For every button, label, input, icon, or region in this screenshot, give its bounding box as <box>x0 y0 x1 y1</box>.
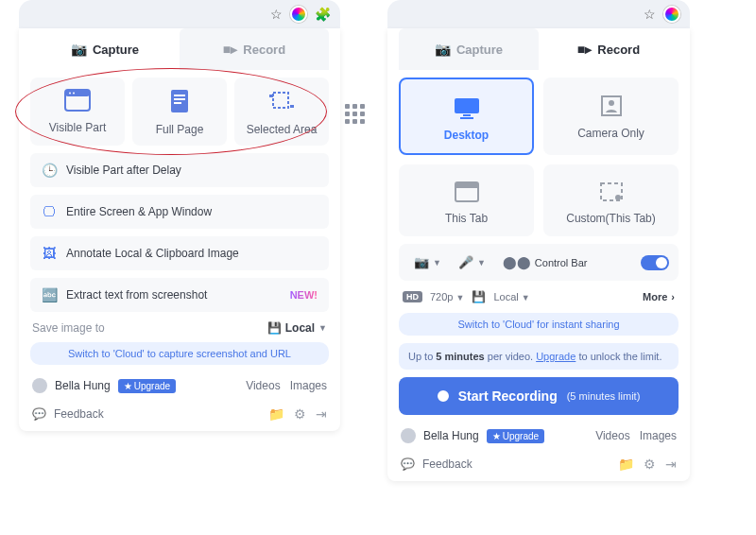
svg-rect-9 <box>269 95 273 97</box>
record-popup: 📷Capture ■▸Record Desktop Camera Only Th… <box>387 28 690 481</box>
camera-off-icon: 📷̷ <box>414 255 429 269</box>
row-extract-text[interactable]: 🔤Extract text from screenshotNEW! <box>30 278 329 312</box>
save-dest-dropdown[interactable]: 💾Local▼ <box>267 321 327 335</box>
new-badge: NEW! <box>290 289 318 301</box>
svg-rect-7 <box>174 102 181 104</box>
tab-record[interactable]: ■▸Record <box>180 28 329 70</box>
browser-window-icon <box>64 89 91 112</box>
gear-icon[interactable]: ⚙ <box>294 406 306 422</box>
link-videos[interactable]: Videos <box>595 429 629 442</box>
link-videos[interactable]: Videos <box>246 379 280 392</box>
chevron-right-icon: › <box>671 291 675 302</box>
disk-icon: 💾 <box>472 290 486 303</box>
gear-icon[interactable]: ⚙ <box>644 457 656 472</box>
svg-rect-8 <box>273 93 288 108</box>
more-button[interactable]: More › <box>643 291 675 302</box>
mode-this-tab[interactable]: This Tab <box>399 164 534 236</box>
cloud-note[interactable]: Switch to 'Cloud' to capture screenshot … <box>30 342 329 365</box>
microphone-icon: 🎤 <box>458 255 473 269</box>
row-annotate[interactable]: 🖼Annotate Local & Clipboard Image <box>30 236 329 270</box>
svg-rect-6 <box>174 98 185 100</box>
mode-custom-tab[interactable]: Custom(This Tab) <box>543 164 679 236</box>
svg-point-3 <box>73 93 75 95</box>
monitor-icon <box>453 96 481 119</box>
star-icon[interactable]: ☆ <box>644 7 656 22</box>
feedback-link[interactable]: Feedback <box>422 457 472 471</box>
avatar-icon[interactable] <box>401 428 416 443</box>
svg-point-15 <box>609 100 614 106</box>
tab-window-icon <box>455 181 479 202</box>
option-visible-part[interactable]: Visible Part <box>30 78 125 146</box>
video-icon: ■▸ <box>223 42 237 57</box>
controlbar-icon: ⬤⬤ <box>503 255 531 269</box>
star-icon[interactable]: ☆ <box>270 7 283 22</box>
camera-icon: 📷 <box>435 42 451 57</box>
controlbar-switch[interactable] <box>641 255 669 270</box>
row-visible-delay[interactable]: 🕒Visible Part after Delay <box>30 153 329 187</box>
mode-desktop[interactable]: Desktop <box>399 78 534 155</box>
feedback-icon: 💬 <box>32 407 46 421</box>
cloud-note[interactable]: Switch to 'Cloud' for instant sharing <box>399 313 679 336</box>
quality-dropdown[interactable]: 720p ▼ <box>430 291 464 302</box>
tab-capture[interactable]: 📷Capture <box>30 28 180 70</box>
signout-icon[interactable]: ⇥ <box>665 457 677 472</box>
svg-point-19 <box>615 195 621 200</box>
extensions-puzzle-icon[interactable]: 🧩 <box>315 7 331 22</box>
option-full-page[interactable]: Full Page <box>132 78 227 146</box>
record-controls: 📷̷▼ 🎤▼ ⬤⬤Control Bar <box>399 244 679 281</box>
svg-rect-5 <box>174 95 185 96</box>
upgrade-badge[interactable]: ★ Upgrade <box>487 429 544 443</box>
save-to-label: Save image to <box>32 321 105 335</box>
svg-rect-17 <box>455 182 478 188</box>
custom-area-icon <box>599 181 624 202</box>
document-icon <box>168 89 191 113</box>
webcam-toggle[interactable]: 📷̷▼ <box>408 251 447 273</box>
tab-capture[interactable]: 📷Capture <box>399 28 539 70</box>
record-circle-icon <box>438 390 449 402</box>
svg-rect-1 <box>65 90 90 96</box>
person-icon <box>600 95 623 117</box>
folder-icon[interactable]: 📁 <box>618 457 634 472</box>
tab-record[interactable]: ■▸Record <box>539 28 679 70</box>
limit-warning: Up to 5 minutes per video. Upgrade to un… <box>399 343 679 370</box>
crop-icon <box>269 89 294 113</box>
folder-icon[interactable]: 📁 <box>268 406 284 422</box>
chevron-down-icon: ▼ <box>318 323 327 333</box>
option-selected-area[interactable]: Selected Area <box>234 78 329 146</box>
svg-rect-13 <box>460 117 473 119</box>
upgrade-link[interactable]: Upgrade <box>536 351 576 362</box>
user-bar: Bella Hung ★ Upgrade VideosImages <box>30 372 329 395</box>
row-entire-screen[interactable]: 🖵Entire Screen & App Window <box>30 195 329 229</box>
user-name: Bella Hung <box>423 429 479 442</box>
user-name: Bella Hung <box>55 379 111 392</box>
start-recording-button[interactable]: Start Recording (5 minutes limit) <box>399 377 679 415</box>
upgrade-badge[interactable]: ★ Upgrade <box>118 379 176 393</box>
capture-popup: 📷Capture ■▸Record Visible Part Full Page… <box>19 28 340 431</box>
svg-point-2 <box>69 93 71 95</box>
browser-topbar-left: ☆ 🧩 <box>19 0 340 28</box>
svg-rect-4 <box>171 90 188 112</box>
avatar-icon[interactable] <box>32 378 47 393</box>
video-icon: ■▸ <box>577 42 592 57</box>
signout-icon[interactable]: ⇥ <box>316 406 327 422</box>
browser-topbar-right: ☆ <box>387 0 690 28</box>
link-images[interactable]: Images <box>290 379 327 392</box>
feedback-link[interactable]: Feedback <box>54 407 104 421</box>
disk-icon: 💾 <box>267 321 282 335</box>
text-icon: 🔤 <box>42 287 57 302</box>
svg-rect-12 <box>463 114 471 116</box>
feedback-icon: 💬 <box>401 457 415 471</box>
extension-icon[interactable] <box>290 6 307 23</box>
mic-toggle[interactable]: 🎤▼ <box>453 251 491 273</box>
user-bar: Bella Hung ★ Upgrade VideosImages <box>399 423 679 445</box>
svg-rect-11 <box>455 98 479 113</box>
dest-dropdown[interactable]: Local ▼ <box>493 291 529 302</box>
mode-camera-only[interactable]: Camera Only <box>543 78 679 155</box>
controlbar-toggle-group: ⬤⬤Control Bar <box>497 251 593 273</box>
camera-icon: 📷 <box>71 42 87 57</box>
svg-rect-10 <box>290 105 294 108</box>
link-images[interactable]: Images <box>640 429 677 442</box>
clock-icon: 🕒 <box>42 163 57 178</box>
extension-icon[interactable] <box>663 6 680 23</box>
hd-badge: HD <box>403 291 422 302</box>
